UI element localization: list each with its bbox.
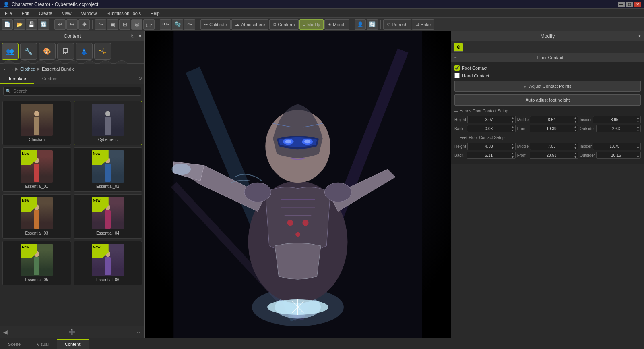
content-refresh-button[interactable]: ↻ xyxy=(131,33,135,39)
breadcrumb-bundle[interactable]: Essential Bundle xyxy=(42,66,75,71)
perspective-button[interactable]: ◎ xyxy=(131,19,142,30)
smooth-button[interactable]: 🫧 xyxy=(172,19,183,30)
menu-edit[interactable]: Edit xyxy=(19,10,32,17)
redo-button[interactable]: ↪ xyxy=(66,19,78,30)
rotate-button[interactable]: 🔄 xyxy=(367,19,378,30)
breadcrumb-clothed[interactable]: Clothed xyxy=(20,66,35,71)
quad-view-button[interactable]: ▣ xyxy=(107,19,118,30)
tab-template[interactable]: Template xyxy=(0,74,34,84)
tab-custom[interactable]: Custom xyxy=(34,74,66,84)
feet-back-arrows[interactable]: ▲▼ xyxy=(510,152,515,159)
frame-button[interactable]: ⬚▾ xyxy=(143,19,155,30)
add-item-button[interactable]: ➕ xyxy=(68,329,75,335)
list-item[interactable]: Cybernetic xyxy=(74,101,142,145)
menu-help[interactable]: Help xyxy=(148,10,162,17)
conform-button[interactable]: ⧉Conform xyxy=(269,19,298,30)
hands-insider-arrows[interactable]: ▲▼ xyxy=(636,116,640,123)
new-file-button[interactable]: 📄 xyxy=(2,19,13,30)
hands-back-input[interactable]: 0.03 ▲▼ xyxy=(467,125,516,132)
feet-middle-arrows[interactable]: ▲▼ xyxy=(573,143,578,150)
hands-middle-arrows[interactable]: ▲▼ xyxy=(573,116,578,123)
menu-submission-tools[interactable]: Submission Tools xyxy=(104,10,143,17)
wire-button[interactable]: 〜 xyxy=(184,19,195,30)
modify-options-icon[interactable]: ⚙ xyxy=(454,43,463,52)
hands-back-arrows[interactable]: ▲▼ xyxy=(510,125,515,132)
character-button[interactable]: 👤 xyxy=(355,19,366,30)
scenes-icon-btn[interactable]: 🖼 xyxy=(57,43,74,60)
hands-front-arrows[interactable]: ▲▼ xyxy=(573,125,578,132)
auto-adjust-foot-height-button[interactable]: Auto adjust foot height xyxy=(454,94,641,106)
feet-height-arrows[interactable]: ▲▼ xyxy=(510,143,515,150)
open-button[interactable]: 📂 xyxy=(14,19,25,30)
floor-contact-header[interactable]: − Floor Contact xyxy=(451,53,644,62)
eye-button[interactable]: 👁▾ xyxy=(160,19,171,30)
close-button[interactable]: ✕ xyxy=(634,2,641,7)
hands-outsider-input[interactable]: 2.63 ▲▼ xyxy=(596,125,641,132)
foot-contact-checkbox[interactable] xyxy=(454,65,460,71)
hands-height-input[interactable]: 3.07 ▲▼ xyxy=(467,116,516,123)
characters-icon-btn[interactable]: 👥 xyxy=(2,43,19,60)
breadcrumb-forward-btn[interactable]: → xyxy=(9,66,14,71)
bake-button[interactable]: ⊡Bake xyxy=(412,19,434,30)
modify-button[interactable]: ≡Modify xyxy=(299,19,324,30)
btab-content[interactable]: Content xyxy=(57,339,89,349)
minimize-button[interactable]: — xyxy=(618,2,625,7)
content-close-button[interactable]: ✕ xyxy=(138,33,142,39)
adjust-contact-points-button[interactable]: ⬦ Adjust Contact Points xyxy=(454,81,641,92)
import-button[interactable]: 🔃 xyxy=(38,19,49,30)
scroll-left-button[interactable]: ◀ xyxy=(3,329,8,335)
feet-outsider-arrows[interactable]: ▲▼ xyxy=(636,152,640,159)
breadcrumb-back-btn[interactable]: ← xyxy=(3,66,8,71)
hands-front-input[interactable]: 19.39 ▲▼ xyxy=(530,125,578,132)
feet-front-input[interactable]: 23.53 ▲▼ xyxy=(530,152,578,159)
materials-icon-btn[interactable]: 🎨 xyxy=(39,43,56,60)
accessories-icon-btn[interactable]: 🔧 xyxy=(20,43,37,60)
hands-outsider-arrows[interactable]: ▲▼ xyxy=(636,125,640,132)
hands-middle-input[interactable]: 8.54 ▲▼ xyxy=(530,116,578,123)
scroll-right-button[interactable]: ↔ xyxy=(136,329,141,335)
feet-front-arrows[interactable]: ▲▼ xyxy=(573,152,578,159)
feet-back-val: 5.11 xyxy=(467,153,510,158)
list-item[interactable]: New Essential_01 xyxy=(2,147,71,192)
cloth-icon-btn[interactable]: 👗 xyxy=(76,43,93,60)
foot-contact-label[interactable]: Foot Contact xyxy=(462,66,487,71)
feet-outsider-input[interactable]: 10.15 ▲▼ xyxy=(596,152,641,159)
btab-scene[interactable]: Scene xyxy=(0,339,29,349)
menu-window[interactable]: Window xyxy=(78,10,99,17)
feet-height-input[interactable]: 4.83 ▲▼ xyxy=(467,143,516,150)
modify-close-button[interactable]: ✕ xyxy=(638,33,642,39)
home-view-button[interactable]: ⌂▾ xyxy=(95,19,106,30)
grid-button[interactable]: ⊞ xyxy=(119,19,130,30)
feet-insider-arrows[interactable]: ▲▼ xyxy=(636,143,640,150)
poses-icon-btn[interactable]: 🤸 xyxy=(94,43,111,60)
menu-view[interactable]: View xyxy=(60,10,74,17)
save-button[interactable]: 💾 xyxy=(26,19,37,30)
hands-height-arrows[interactable]: ▲▼ xyxy=(510,116,515,123)
feet-back-input[interactable]: 5.11 ▲▼ xyxy=(467,152,516,159)
hands-insider-input[interactable]: 8.95 ▲▼ xyxy=(593,116,641,123)
search-input[interactable] xyxy=(3,87,141,96)
menu-create[interactable]: Create xyxy=(37,10,55,17)
list-item[interactable]: Christian xyxy=(2,101,71,145)
list-item[interactable]: New Essential_04 xyxy=(74,194,142,239)
calibrate-button[interactable]: ⊹Calibrate xyxy=(200,19,231,30)
feet-insider-input[interactable]: 13.75 ▲▼ xyxy=(593,143,641,150)
tab-options-btn[interactable]: ⊙ xyxy=(138,76,142,81)
list-item[interactable]: New Essential_03 xyxy=(2,194,71,239)
list-item[interactable]: New Essential_06 xyxy=(74,241,142,285)
morph-button[interactable]: ◈Morph xyxy=(324,19,349,30)
list-item[interactable]: New Essential_05 xyxy=(2,241,71,285)
bake-icon: ⊡ xyxy=(415,22,419,27)
btab-visual[interactable]: Visual xyxy=(29,339,57,349)
feet-middle-input[interactable]: 7.03 ▲▼ xyxy=(530,143,578,150)
content-panel-header: Content ↻ ✕ xyxy=(0,31,144,41)
hand-contact-checkbox[interactable] xyxy=(454,73,460,78)
menu-file[interactable]: File xyxy=(2,10,14,17)
list-item[interactable]: New Essential_02 xyxy=(74,147,142,192)
refresh-button[interactable]: ↻Refresh xyxy=(383,19,411,30)
hand-contact-label[interactable]: Hand Contact xyxy=(462,73,489,78)
undo-button[interactable]: ↩ xyxy=(54,19,66,30)
transform-button[interactable]: ✥ xyxy=(78,19,90,30)
atmosphere-button[interactable]: ☁Atmosphere xyxy=(231,19,268,30)
maximize-button[interactable]: □ xyxy=(626,2,633,7)
